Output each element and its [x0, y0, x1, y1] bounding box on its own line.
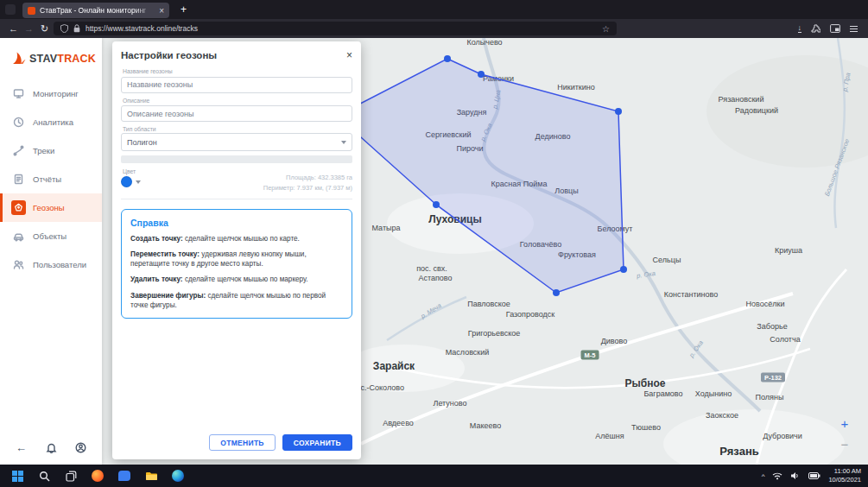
close-icon[interactable]: × — [346, 50, 352, 60]
polygon-vertex[interactable] — [478, 71, 485, 78]
geozone-metrics: Площадь: 432.3385 га Периметр: 7.937 км,… — [263, 168, 352, 193]
help-box: Справка Создать точку: сделайте щелчок м… — [121, 209, 352, 318]
sidebar-item-label: Аналитика — [33, 117, 73, 127]
logo-stav: STAV — [29, 53, 57, 65]
help-item: Завершение фигуры: сделайте щелчок мышью… — [130, 291, 343, 310]
car-icon — [11, 229, 26, 244]
clock-icon — [11, 115, 26, 130]
extensions-icon[interactable] — [811, 24, 820, 34]
taskbar-clock[interactable]: 11:00 AM 10/05/2021 — [828, 467, 861, 485]
sidebar-item-label: Треки — [33, 146, 54, 155]
shield-icon[interactable] — [60, 24, 68, 33]
area-type-label: Тип области — [123, 126, 352, 132]
sidebar-item-label: Пользователи — [33, 260, 86, 269]
zoom-out-button[interactable]: − — [838, 437, 852, 452]
clock-date: 10/05/2021 — [828, 476, 861, 485]
browser-toolbar: ← → ↻ https://www.stavtrack.online/track… — [0, 19, 868, 38]
sidebar-item-label: Геозоны — [33, 203, 65, 212]
sidebar-item-analytics[interactable]: Аналитика — [0, 108, 102, 136]
sidebar-item-label: Отчёты — [33, 174, 61, 184]
tab-close-icon[interactable]: × — [159, 6, 164, 16]
inactive-field-bar — [121, 155, 352, 163]
geozone-polygon[interactable] — [337, 59, 624, 293]
polygon-vertex[interactable] — [615, 108, 622, 115]
area-type-value: Полигон — [127, 138, 157, 147]
file-explorer-icon[interactable] — [144, 469, 158, 483]
task-view-icon[interactable] — [64, 469, 78, 483]
sidebar-item-reports[interactable]: Отчёты — [0, 165, 102, 193]
users-icon — [11, 257, 26, 272]
tab-title: СтавТрак - Онлайн мониторинг — [40, 6, 155, 15]
save-button[interactable]: СОХРАНИТЬ — [282, 434, 352, 451]
name-field-label: Название геозоны — [123, 68, 352, 74]
cancel-button[interactable]: ОТМЕНИТЬ — [209, 434, 276, 451]
sidebar: STAVTRACK Мониторинг Аналитика Треки Отч… — [0, 38, 102, 465]
account-icon[interactable] — [75, 442, 86, 453]
back-button[interactable]: ← — [7, 19, 20, 38]
help-title: Справка — [130, 218, 343, 228]
sidebar-item-objects[interactable]: Объекты — [0, 222, 102, 250]
volume-icon[interactable] — [790, 471, 801, 480]
lock-icon[interactable] — [73, 24, 80, 33]
description-field-label: Описание — [123, 98, 352, 104]
downloads-icon[interactable]: ↓ — [798, 24, 802, 33]
site-favicon-icon — [28, 7, 35, 15]
sidebar-item-label: Объекты — [33, 231, 67, 241]
logo-track: TRACK — [57, 53, 96, 65]
sidebar-item-tracks[interactable]: Треки — [0, 136, 102, 165]
taskbar: ^ 11:00 AM 10/05/2021 — [0, 465, 868, 487]
new-tab-button[interactable]: + — [176, 3, 191, 16]
modal-title: Настройки геозоны — [121, 50, 217, 60]
firefox-view-icon[interactable] — [5, 4, 16, 15]
app-logo: STAVTRACK — [0, 38, 102, 79]
browser-tab[interactable]: СтавТрак - Онлайн мониторинг × — [22, 3, 169, 18]
url-bar[interactable]: https://www.stavtrack.online/tracks ☆ — [54, 22, 617, 35]
collapse-sidebar-icon[interactable]: ← — [16, 441, 27, 454]
toolbar-icons: ↓ — [798, 24, 862, 34]
battery-icon[interactable] — [808, 472, 820, 479]
sidebar-footer: ← — [0, 441, 102, 454]
color-swatch — [121, 176, 132, 187]
start-button[interactable] — [10, 469, 24, 483]
monitor-icon — [11, 86, 26, 101]
sidebar-item-monitoring[interactable]: Мониторинг — [0, 79, 102, 108]
browser-window-icon[interactable] — [830, 24, 840, 33]
refresh-button[interactable]: ↻ — [38, 19, 51, 38]
polygon-vertex[interactable] — [444, 55, 451, 62]
polygon-vertex[interactable] — [553, 289, 560, 296]
zoom-in-button[interactable]: + — [838, 416, 852, 431]
url-text: https://www.stavtrack.online/tracks — [86, 24, 597, 33]
tray-expand-icon[interactable]: ^ — [762, 472, 765, 480]
color-field-label: Цвет — [123, 168, 141, 174]
polygon-vertex[interactable] — [620, 266, 627, 273]
search-icon[interactable] — [37, 469, 51, 483]
menu-icon[interactable] — [850, 26, 858, 32]
notifications-bell-icon[interactable] — [46, 442, 57, 453]
route-icon — [11, 143, 26, 158]
area-value: Площадь: 432.3385 га — [263, 173, 352, 183]
sidebar-item-geozones[interactable]: Геозоны — [0, 193, 102, 222]
edge-icon[interactable] — [171, 469, 185, 483]
area-type-select[interactable]: Полигон — [121, 133, 352, 151]
geofence-icon — [11, 200, 26, 215]
wifi-icon[interactable] — [772, 471, 782, 480]
firefox-icon[interactable] — [91, 469, 105, 483]
divider — [121, 199, 352, 199]
chat-icon[interactable] — [117, 469, 131, 483]
bookmark-star-icon[interactable]: ☆ — [602, 24, 610, 34]
chevron-down-icon — [341, 141, 346, 144]
forward-button[interactable]: → — [22, 19, 35, 38]
color-picker[interactable] — [121, 176, 141, 187]
geozone-name-input[interactable] — [121, 77, 352, 93]
sidebar-item-label: Мониторинг — [33, 89, 79, 98]
browser-tab-bar: СтавТрак - Онлайн мониторинг × + — [0, 0, 868, 19]
chevron-down-icon — [136, 180, 141, 184]
sidebar-item-users[interactable]: Пользователи — [0, 250, 102, 279]
polygon-vertex[interactable] — [433, 201, 440, 208]
geozone-description-input[interactable] — [121, 105, 352, 122]
report-icon — [11, 172, 26, 187]
flame-icon — [11, 51, 26, 66]
clock-time: 11:00 AM — [828, 467, 861, 477]
screen: СтавТрак - Онлайн мониторинг × + ← → ↻ h… — [0, 0, 868, 487]
perimeter-value: Периметр: 7.937 км, (7.937 м) — [263, 183, 352, 193]
